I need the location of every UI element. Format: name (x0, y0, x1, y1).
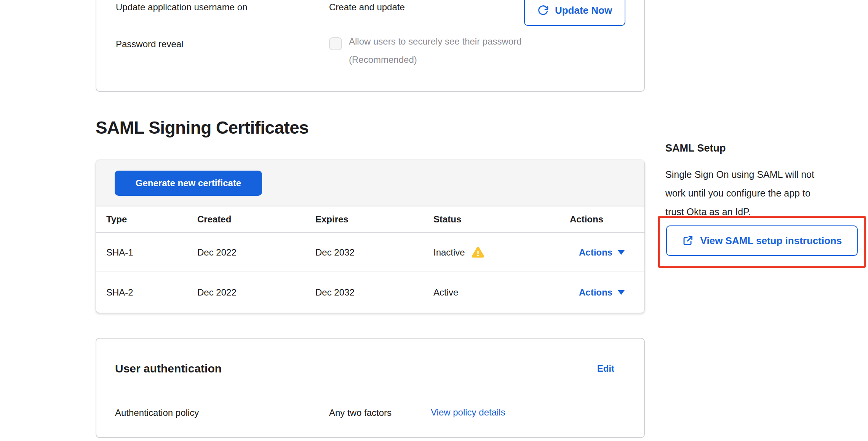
actions-dropdown-label: Actions (579, 247, 612, 258)
chevron-down-icon (618, 290, 625, 295)
actions-dropdown-label: Actions (579, 287, 612, 298)
certificates-panel-header: Generate new certificate (96, 160, 644, 206)
update-now-label: Update Now (555, 5, 612, 16)
refresh-icon (537, 5, 549, 16)
external-link-icon (682, 235, 694, 246)
cert-created: Dec 2022 (197, 247, 315, 258)
view-saml-setup-instructions-label: View SAML setup instructions (700, 235, 842, 247)
authentication-policy-label: Authentication policy (115, 407, 199, 419)
table-row-sha2: SHA-2 Dec 2022 Dec 2032 Active Actions (96, 272, 644, 313)
password-reveal-label: Password reveal (116, 38, 183, 50)
update-username-value: Create and update (329, 2, 405, 13)
cert-expires: Dec 2032 (315, 247, 433, 258)
certificates-table-header: Type Created Expires Status Actions (96, 206, 644, 233)
cert-status: Inactive (433, 247, 465, 258)
actions-dropdown[interactable]: Actions (579, 247, 625, 258)
provisioning-settings-card: Update application username on Create an… (96, 0, 645, 92)
update-username-label: Update application username on (116, 2, 248, 13)
cert-created: Dec 2022 (197, 287, 315, 298)
view-policy-details-link[interactable]: View policy details (431, 407, 505, 418)
cert-expires: Dec 2032 (315, 287, 433, 298)
generate-certificate-button[interactable]: Generate new certificate (115, 171, 262, 196)
saml-setup-description: Single Sign On using SAML will not work … (665, 165, 868, 221)
warning-icon (471, 246, 485, 259)
authentication-policy-value: Any two factors (329, 407, 392, 419)
column-header-actions: Actions (551, 214, 644, 225)
page-title: SAML Signing Certificates (96, 117, 309, 138)
user-authentication-card: User authentication Edit Authentication … (96, 338, 645, 438)
column-header-type: Type (106, 214, 197, 225)
column-header-status: Status (433, 214, 551, 225)
update-now-button[interactable]: Update Now (524, 0, 625, 26)
column-header-created: Created (197, 214, 315, 225)
actions-dropdown[interactable]: Actions (579, 287, 625, 298)
certificates-panel: Generate new certificate Type Created Ex… (96, 160, 645, 313)
column-header-expires: Expires (315, 214, 433, 225)
view-saml-setup-instructions-button[interactable]: View SAML setup instructions (666, 225, 858, 256)
cert-status: Active (433, 287, 458, 298)
generate-certificate-label: Generate new certificate (136, 178, 241, 189)
edit-link[interactable]: Edit (597, 363, 614, 374)
cert-type: SHA-1 (106, 247, 197, 258)
table-row-sha1: SHA-1 Dec 2022 Dec 2032 Inactive Actions (96, 233, 644, 272)
password-reveal-checkbox-label: Allow users to securely see their passwo… (349, 32, 522, 69)
password-reveal-checkbox[interactable] (329, 37, 342, 50)
cert-type: SHA-2 (106, 287, 197, 298)
chevron-down-icon (618, 250, 625, 255)
saml-setup-heading: SAML Setup (665, 142, 726, 154)
user-authentication-title: User authentication (115, 362, 222, 375)
